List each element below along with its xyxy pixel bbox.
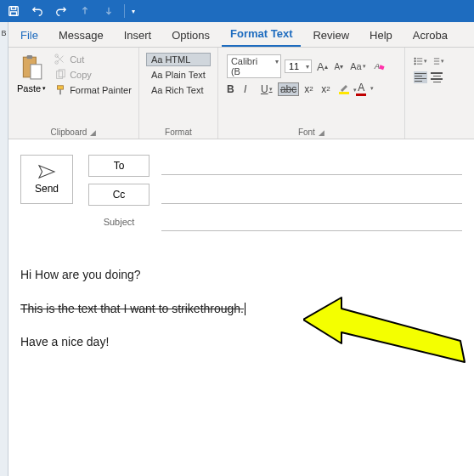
svg-point-14 [415,58,416,60]
save-icon[interactable] [5,3,22,20]
cc-field[interactable] [161,185,462,204]
clear-formatting-button[interactable]: A [371,60,387,72]
tab-help[interactable]: Help [361,24,401,47]
svg-rect-1 [11,7,15,10]
eraser-icon: A [373,60,385,72]
align-center-button[interactable] [431,71,444,83]
paste-icon [19,53,44,82]
subject-label: Subject [88,217,150,227]
svg-point-18 [415,63,416,65]
tab-options[interactable]: Options [163,24,218,47]
plain-text-button[interactable]: Aa Plain Text [146,68,211,82]
highlight-button[interactable]: ▾ [338,83,350,94]
shrink-font-button[interactable]: A▾ [333,62,346,71]
quick-access-toolbar: ▾ [0,0,474,22]
group-label-clipboard: Clipboard [51,128,87,137]
subscript-button[interactable]: x2 [304,83,316,95]
grow-font-button[interactable]: A▴ [315,60,330,73]
group-font: Calibri (B▾ 11▾ A▴ A▾ Aa▾ A B I U▾ abc x… [218,48,405,139]
to-field[interactable] [161,156,462,175]
svg-rect-2 [11,12,17,15]
group-format: Aa HTML Aa Plain Text Aa Rich Text Forma… [139,48,218,139]
left-window-edge: B [0,22,8,476]
redo-icon[interactable] [53,3,70,20]
group-label-font: Font [298,128,315,137]
font-name-combo[interactable]: Calibri (B▾ [227,54,281,78]
numbering-button[interactable]: ▾ [431,54,444,68]
rich-text-button[interactable]: Aa Rich Text [146,83,211,97]
font-size-combo[interactable]: 11▾ [285,60,312,73]
customize-qat-icon[interactable]: ▾ [132,8,135,15]
message-body[interactable]: Hi How are you doing? This is the text t… [8,267,474,351]
svg-rect-4 [27,55,32,59]
superscript-button[interactable]: x2 [321,83,333,95]
body-line-2-strikethrough: This is the text that I want to striketh… [20,302,244,315]
italic-button[interactable]: I [244,83,256,95]
separator [124,4,125,18]
svg-text:A: A [373,61,379,71]
body-line-1: Hi How are you doing? [20,267,462,284]
svg-point-16 [415,60,416,62]
group-paragraph: ▾ ▾ [405,48,453,139]
html-format-button[interactable]: Aa HTML [146,53,211,66]
scissors-icon [54,54,66,65]
group-label-format: Format [165,128,192,137]
undo-icon[interactable] [29,3,46,20]
tab-file[interactable]: File [12,24,47,47]
svg-rect-5 [31,65,42,79]
font-launcher-icon[interactable]: ◢ [319,128,324,137]
send-icon [37,164,56,179]
ribbon-tabs: File Message Insert Options Format Text … [8,22,474,48]
text-cursor [245,303,245,315]
paste-button[interactable]: Paste▾ [14,51,49,126]
highlighter-icon [339,83,349,92]
tab-message[interactable]: Message [50,24,112,47]
compose-header: Send To Cc Subject [8,139,474,246]
svg-rect-11 [59,89,61,94]
svg-rect-10 [58,86,64,89]
subject-field[interactable] [161,212,462,231]
underline-button[interactable]: U▾ [261,83,273,95]
body-line-3: Have a nice day! [20,334,462,351]
up-arrow-icon [76,3,93,20]
align-left-button[interactable] [414,71,427,83]
tab-acrobat[interactable]: Acroba [404,24,456,47]
copy-button: Copy [53,68,133,82]
copy-icon [54,69,66,81]
tab-format-text[interactable]: Format Text [222,22,301,47]
font-color-button[interactable]: A ▾ [355,82,367,96]
ribbon: Paste▾ Cut Copy Format Painter Clipboard… [8,48,474,139]
tab-insert[interactable]: Insert [116,24,161,47]
bullets-button[interactable]: ▾ [414,54,427,68]
paste-label: Paste [17,83,41,94]
tab-review[interactable]: Review [304,24,358,47]
change-case-button[interactable]: Aa▾ [348,61,367,71]
cut-button: Cut [53,53,133,66]
format-painter-button[interactable]: Format Painter [53,83,133,97]
bold-button[interactable]: B [227,83,239,95]
cc-button[interactable]: Cc [88,184,150,206]
to-button[interactable]: To [88,155,150,177]
strikethrough-button[interactable]: abc [278,82,299,96]
send-button[interactable]: Send [20,155,73,204]
group-clipboard: Paste▾ Cut Copy Format Painter Clipboard… [8,48,139,139]
down-arrow-icon [100,3,117,20]
paintbrush-icon [54,84,66,96]
clipboard-launcher-icon[interactable]: ◢ [90,128,96,137]
